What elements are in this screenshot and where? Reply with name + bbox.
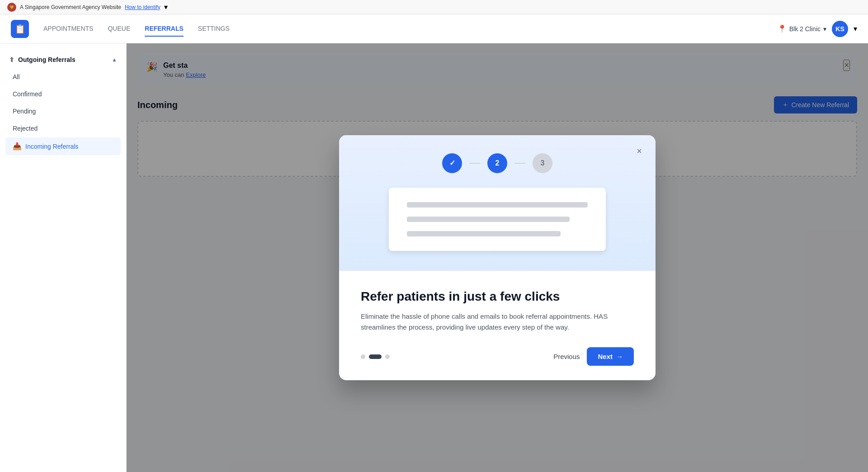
next-btn-label: Next: [598, 353, 613, 360]
modal-overlay: × ✓ 2 3: [127, 43, 868, 472]
step-connector-2: [514, 163, 525, 164]
next-arrow-icon: →: [616, 353, 623, 360]
sidebar-item-pending[interactable]: Pending: [5, 103, 121, 119]
clinic-dropdown-arrow: ▾: [823, 25, 826, 33]
how-to-identify-link[interactable]: How to identify: [125, 4, 160, 10]
step-3-indicator: 3: [533, 153, 552, 173]
modal-footer: Previous Next →: [361, 347, 634, 366]
sidebar-item-rejected[interactable]: Rejected: [5, 120, 121, 137]
sidebar: ⬆ Outgoing Referrals ▲ All Confirmed Pen…: [0, 43, 127, 472]
document-illustration: [389, 188, 606, 251]
outgoing-icon: ⬆: [9, 56, 14, 63]
sidebar-chevron-icon: ▲: [112, 57, 117, 63]
main-nav: 📋 APPOINTMENTS QUEUE REFERRALS SETTINGS …: [0, 14, 868, 43]
sidebar-items: All Confirmed Pending Rejected 📥 Incomin…: [0, 69, 126, 155]
step-connector-1: [469, 163, 480, 164]
location-icon: 📍: [778, 24, 787, 33]
outgoing-referrals-title: ⬆ Outgoing Referrals: [9, 56, 75, 63]
nav-right: 📍 Blk 2 Clinic ▾ KS ▾: [778, 21, 857, 37]
step-indicators: ✓ 2 3: [442, 153, 552, 173]
doc-line-3: [407, 231, 561, 236]
onboarding-modal: × ✓ 2 3: [339, 135, 656, 381]
inbox-icon: 📥: [13, 142, 22, 151]
clinic-name: Blk 2 Clinic: [789, 25, 821, 33]
previous-button[interactable]: Previous: [553, 353, 580, 360]
sidebar-item-confirmed[interactable]: Confirmed: [5, 86, 121, 102]
modal-actions: Previous Next →: [553, 347, 634, 366]
gov-logo: 🦁: [7, 3, 16, 12]
app-logo: 📋: [11, 20, 29, 38]
next-button[interactable]: Next →: [587, 347, 634, 366]
app-layout: ⬆ Outgoing Referrals ▲ All Confirmed Pen…: [0, 43, 868, 472]
nav-appointments[interactable]: APPOINTMENTS: [43, 21, 93, 37]
dot-1: [361, 354, 365, 359]
modal-body: Refer patients in just a few clicks Elim…: [339, 271, 656, 381]
doc-line-1: [407, 202, 588, 208]
logo-icon: 📋: [14, 24, 26, 34]
nav-queue[interactable]: QUEUE: [108, 21, 130, 37]
main-content: 🎉 Get sta You can Explore × Incoming ＋ C…: [127, 43, 868, 472]
step-2-indicator: 2: [487, 153, 507, 173]
clinic-selector[interactable]: 📍 Blk 2 Clinic ▾: [778, 24, 826, 33]
pagination-dots: [361, 354, 390, 359]
dot-2-active: [369, 354, 382, 359]
nav-referrals[interactable]: REFERRALS: [145, 21, 184, 37]
sidebar-item-all[interactable]: All: [5, 69, 121, 85]
dropdown-arrow: ▾: [164, 3, 168, 11]
modal-title: Refer patients in just a few clicks: [361, 289, 634, 304]
user-dropdown-arrow: ▾: [854, 24, 857, 33]
modal-close-button[interactable]: ×: [632, 144, 646, 159]
modal-description: Eliminate the hassle of phone calls and …: [361, 311, 634, 333]
user-avatar[interactable]: KS: [832, 21, 848, 37]
step-1-indicator: ✓: [442, 153, 462, 173]
nav-settings[interactable]: SETTINGS: [198, 21, 230, 37]
modal-illustration: ✓ 2 3: [339, 135, 656, 271]
gov-bar-text: A Singapore Government Agency Website: [20, 4, 121, 10]
nav-items: APPOINTMENTS QUEUE REFERRALS SETTINGS: [43, 21, 778, 37]
dot-3: [385, 354, 390, 359]
doc-line-2: [407, 217, 570, 222]
outgoing-referrals-section[interactable]: ⬆ Outgoing Referrals ▲: [0, 51, 126, 69]
sidebar-item-incoming-referrals[interactable]: 📥 Incoming Referrals: [5, 137, 121, 155]
gov-bar: 🦁 A Singapore Government Agency Website …: [0, 0, 868, 14]
